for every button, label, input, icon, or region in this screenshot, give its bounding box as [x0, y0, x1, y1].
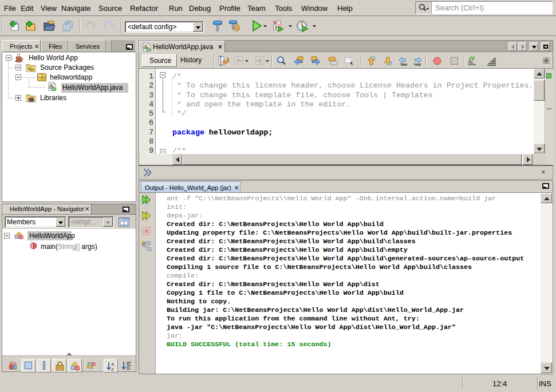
svg-text:3: 3 [275, 25, 277, 30]
svg-text:A: A [111, 362, 115, 367]
svg-text:Z: Z [111, 367, 114, 372]
